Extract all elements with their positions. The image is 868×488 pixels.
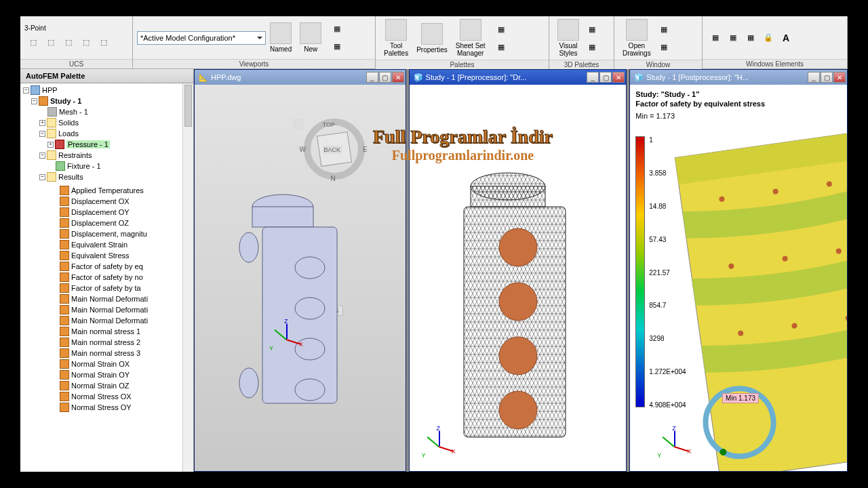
ucs-btn-4[interactable]: ⬚: [78, 34, 94, 50]
window-title: HPP.dwg: [211, 73, 366, 81]
viewports-named-button[interactable]: Named: [266, 21, 296, 54]
tree-root[interactable]: HPP: [42, 86, 58, 94]
result-item[interactable]: Factor of safety by ta: [60, 283, 193, 293]
properties-button[interactable]: Properties: [412, 22, 452, 55]
minimize-button[interactable]: _: [587, 72, 599, 83]
result-item[interactable]: Normal Strain OZ: [60, 380, 193, 391]
result-item[interactable]: Normal Strain OX: [60, 359, 193, 369]
tree-restraints[interactable]: Restraints: [58, 151, 92, 159]
elem-btn-1[interactable]: ▦: [707, 30, 724, 46]
result-item[interactable]: Main Normal Deformati: [60, 293, 193, 304]
window-title-bar[interactable]: 🧊 Study - 1 [Postprocessor]: "H... _ ▢ ✕: [630, 70, 847, 85]
close-button[interactable]: ✕: [392, 72, 404, 83]
pal-btn-b[interactable]: ▦: [493, 39, 509, 55]
result-item[interactable]: Main normal stress 1: [60, 326, 193, 337]
ucs-btn-5[interactable]: ⬚: [96, 34, 112, 50]
maximize-button[interactable]: ▢: [379, 72, 391, 83]
result-item-label: Normal Strain OZ: [71, 382, 130, 390]
open-drawings-button[interactable]: Open Drawings: [618, 18, 655, 58]
tree-mesh[interactable]: Mesh - 1: [59, 108, 88, 116]
close-button[interactable]: ✕: [612, 72, 625, 83]
result-item[interactable]: Main Normal Deformati: [60, 315, 193, 326]
model-viewport[interactable]: TOP BACK N E W WCS: [195, 85, 406, 471]
result-item[interactable]: Applied Temperatures: [60, 185, 193, 196]
lock-icon[interactable]: 🔒: [760, 30, 776, 46]
ucs-btn-1[interactable]: ⬚: [25, 34, 41, 50]
vp-btn-b[interactable]: ▦: [329, 39, 345, 55]
ribbon-group-viewports: *Active Model Configuration* Named New ▦…: [133, 16, 376, 68]
result-item[interactable]: Normal Stress OX: [60, 391, 193, 402]
result-icon: [60, 283, 69, 293]
tool-palettes-button[interactable]: Tool Palettes: [380, 18, 412, 58]
result-item-label: Normal Strain OY: [71, 371, 130, 379]
expand-icon[interactable]: −: [39, 131, 45, 137]
folder-icon: [47, 172, 56, 182]
window-title-bar[interactable]: 📐 HPP.dwg _ ▢ ✕: [195, 70, 406, 85]
result-viewport[interactable]: Study: "Study - 1" Factor of safety by e…: [630, 85, 847, 471]
result-item[interactable]: Equivalent Strain: [60, 239, 193, 250]
3d-btn-a[interactable]: ▦: [584, 21, 600, 37]
result-icon: [60, 305, 69, 314]
minimize-button[interactable]: _: [366, 72, 378, 83]
mesh-viewport[interactable]: XYZ: [410, 85, 627, 471]
tree-results[interactable]: Results: [58, 173, 83, 181]
tree-fixture[interactable]: Fixture - 1: [67, 162, 101, 170]
result-icon: [60, 327, 69, 336]
ucs-btn-3[interactable]: ⬚: [60, 34, 77, 50]
viewcube[interactable]: TOP BACK N E W: [304, 119, 365, 180]
elem-btn-2[interactable]: ▦: [725, 30, 741, 46]
tree-study[interactable]: Study - 1: [50, 97, 81, 105]
expand-icon[interactable]: −: [39, 174, 45, 180]
result-item[interactable]: Main normal stress 3: [60, 348, 193, 359]
maximize-button[interactable]: ▢: [821, 72, 833, 83]
minimize-button[interactable]: _: [808, 72, 820, 83]
result-item[interactable]: Displacement OZ: [60, 218, 193, 228]
pal-btn-a[interactable]: ▦: [493, 21, 509, 37]
ucs-btn-2[interactable]: ⬚: [43, 34, 59, 50]
tree-solids[interactable]: Solids: [58, 119, 79, 127]
window-postprocessor: 🧊 Study - 1 [Postprocessor]: "H... _ ▢ ✕…: [629, 69, 848, 472]
result-item-label: Displacement OX: [71, 197, 130, 205]
results-list: Applied TemperaturesDisplacement OXDispl…: [20, 184, 193, 414]
tree-loads[interactable]: Loads: [58, 129, 79, 138]
result-item[interactable]: Normal Strain OY: [60, 369, 193, 380]
expand-icon[interactable]: +: [47, 142, 54, 148]
tree-pressure[interactable]: Pressure - 1: [66, 140, 110, 148]
expand-icon[interactable]: −: [31, 98, 37, 104]
ribbon-group-elements: ▦ ▦ ▦ 🔒 A Windows Elements: [703, 16, 848, 68]
result-icon: [60, 218, 69, 228]
maximize-button[interactable]: ▢: [599, 72, 612, 83]
visual-styles-button[interactable]: Visual Styles: [553, 18, 583, 58]
sheet-set-manager-button[interactable]: Sheet Set Manager: [452, 18, 490, 58]
home-icon[interactable]: [293, 119, 304, 129]
win-btn-a[interactable]: ▦: [656, 21, 672, 37]
expand-icon[interactable]: −: [39, 152, 45, 159]
viewport-config-combo[interactable]: *Active Model Configuration*: [137, 31, 266, 45]
expand-icon[interactable]: +: [39, 120, 45, 126]
window-title-bar[interactable]: 🧊 Study - 1 [Preprocessor]: "Dr... _ ▢ ✕: [410, 70, 627, 85]
result-item[interactable]: Displacement, magnitu: [60, 228, 193, 239]
text-a-button[interactable]: A: [778, 30, 794, 46]
ribbon: 3-Point ⬚ ⬚ ⬚ ⬚ ⬚ UCS *Active Model Conf…: [20, 16, 848, 69]
elem-btn-3[interactable]: ▦: [743, 30, 759, 46]
result-item-label: Main Normal Deformati: [71, 317, 148, 325]
result-item[interactable]: Displacement OY: [60, 207, 193, 218]
result-item[interactable]: Normal Stress OY: [60, 402, 193, 413]
result-item[interactable]: Factor of safety by no: [60, 272, 193, 283]
close-button[interactable]: ✕: [833, 72, 846, 83]
3d-btn-b[interactable]: ▦: [584, 39, 600, 55]
result-item[interactable]: Main normal stress 2: [60, 337, 193, 348]
vp-btn-a[interactable]: ▦: [329, 21, 345, 37]
tree-scrollbar[interactable]: [182, 83, 193, 472]
result-item[interactable]: Equivalent Stress: [60, 250, 193, 261]
result-item[interactable]: Factor of safety by eq: [60, 261, 193, 272]
svg-point-7: [239, 232, 258, 262]
win-btn-b[interactable]: ▦: [656, 39, 672, 55]
result-item[interactable]: Main Normal Deformati: [60, 304, 193, 315]
study-tree: −HPP −Study - 1 Mesh - 1 +Solids −Loads …: [20, 83, 193, 184]
expand-icon[interactable]: −: [23, 87, 29, 94]
viewports-new-button[interactable]: New: [296, 21, 326, 54]
folder-icon: [47, 118, 56, 127]
result-item[interactable]: Displacement OX: [60, 196, 193, 207]
mesh-icon: [47, 107, 57, 117]
